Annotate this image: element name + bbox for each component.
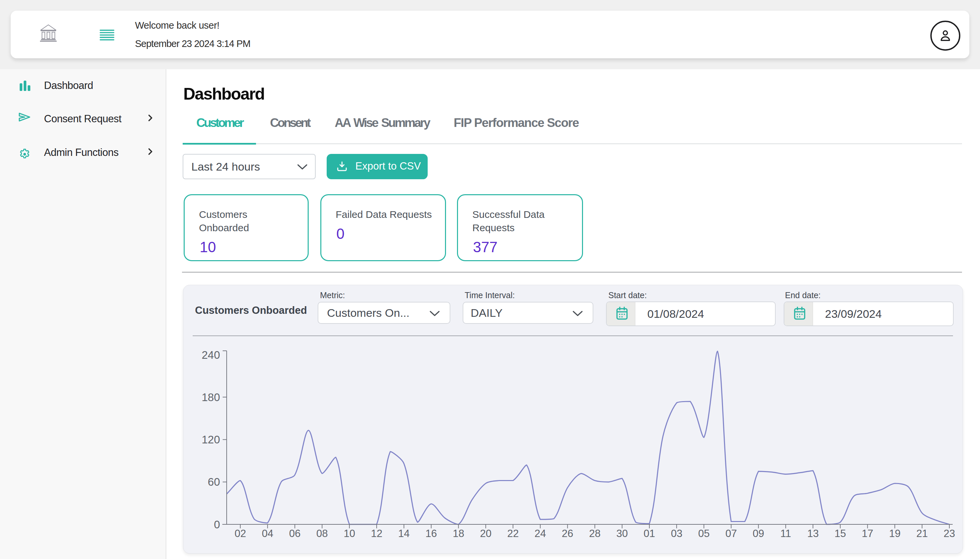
svg-text:05: 05 xyxy=(698,528,709,539)
svg-text:15: 15 xyxy=(835,528,846,539)
svg-text:08: 08 xyxy=(316,528,328,539)
svg-text:26: 26 xyxy=(562,528,573,539)
svg-text:120: 120 xyxy=(202,433,220,446)
svg-text:04: 04 xyxy=(262,528,273,539)
svg-text:03: 03 xyxy=(671,528,682,539)
svg-text:07: 07 xyxy=(725,528,737,539)
svg-text:28: 28 xyxy=(589,528,600,539)
svg-text:22: 22 xyxy=(507,528,519,539)
svg-text:30: 30 xyxy=(616,528,628,539)
svg-text:19: 19 xyxy=(889,528,900,539)
svg-text:02: 02 xyxy=(235,528,246,539)
svg-text:01: 01 xyxy=(644,528,655,539)
svg-text:06: 06 xyxy=(289,528,300,539)
svg-text:23: 23 xyxy=(944,528,955,539)
svg-text:10: 10 xyxy=(344,528,355,539)
svg-text:0: 0 xyxy=(214,518,220,531)
svg-text:21: 21 xyxy=(916,528,928,539)
svg-text:180: 180 xyxy=(202,391,220,404)
svg-text:240: 240 xyxy=(202,349,220,361)
svg-text:20: 20 xyxy=(480,528,491,539)
svg-text:13: 13 xyxy=(808,528,819,539)
svg-text:16: 16 xyxy=(425,528,437,539)
svg-text:09: 09 xyxy=(753,528,764,539)
svg-text:60: 60 xyxy=(208,476,220,488)
svg-text:11: 11 xyxy=(780,528,791,539)
svg-text:12: 12 xyxy=(371,528,382,539)
svg-text:17: 17 xyxy=(862,528,873,539)
svg-text:14: 14 xyxy=(398,528,410,539)
svg-text:24: 24 xyxy=(535,528,546,539)
svg-text:18: 18 xyxy=(453,528,464,539)
